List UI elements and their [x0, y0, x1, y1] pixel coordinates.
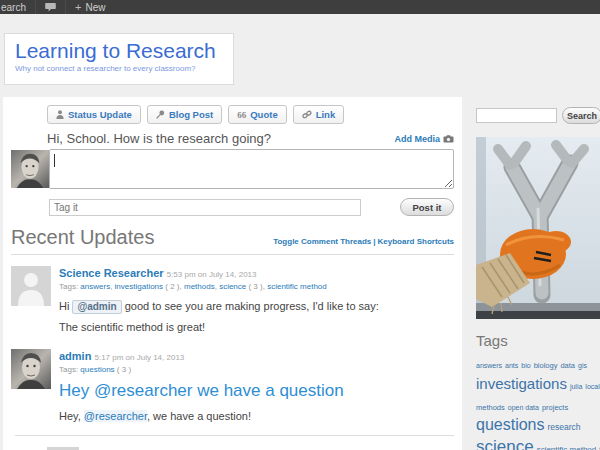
post-science-researcher: Science Researcher 5:53 pm on July 14, 2…	[11, 266, 454, 333]
tag-cloud-link[interactable]: julia	[570, 383, 582, 390]
post-meta: Science Researcher 5:53 pm on July 14, 2…	[59, 267, 454, 280]
composer-prompt-row: Hi, School. How is the research going? A…	[47, 131, 454, 146]
post-body: Hi @admin good to see you are making pro…	[59, 300, 454, 312]
tab-label: Status Update	[68, 109, 132, 120]
mention-admin[interactable]: @admin	[72, 300, 121, 314]
tag-cloud-line: questionsresearch	[476, 415, 600, 436]
site-title-link[interactable]: Learning to Research	[15, 39, 223, 62]
composer-tabs: Status Update Blog Post 66 Quote Link	[47, 105, 454, 124]
search-button[interactable]: Search	[562, 107, 600, 124]
post-admin: admin 5:17 pm on July 14, 2013 Tags: que…	[11, 349, 454, 422]
tag-cloud-link[interactable]: local area network	[585, 383, 600, 390]
tag-cloud-link[interactable]: research	[548, 422, 581, 432]
post-body: Hey, @researcher, we have a question!	[59, 410, 454, 422]
plus-icon: +	[75, 1, 81, 13]
feed-header: Recent Updates Toggle Comment Threads|Ke…	[11, 226, 454, 255]
site-header: Learning to Research Why not connect a r…	[4, 33, 234, 85]
tab-quote[interactable]: 66 Quote	[228, 105, 286, 124]
link-icon	[302, 110, 312, 119]
camera-icon	[443, 135, 454, 143]
post-tag-link[interactable]: investigations	[115, 282, 163, 291]
post-tags-prefix: Tags:	[59, 282, 80, 291]
tab-status-update[interactable]: Status Update	[47, 105, 141, 124]
tab-label: Blog Post	[169, 109, 213, 120]
composer-input-zone: Post it	[11, 149, 454, 216]
admin-avatar[interactable]	[11, 349, 51, 389]
mention-researcher-link[interactable]: @researcher	[84, 410, 147, 422]
admin-bar-comments-button[interactable]	[36, 0, 65, 14]
tab-label: Quote	[250, 109, 277, 120]
tag-cloud-link[interactable]: science	[476, 437, 534, 450]
post-composer: Status Update Blog Post 66 Quote Link Hi…	[11, 105, 454, 216]
quote-icon: 66	[237, 110, 246, 120]
post-tag-link[interactable]: methods	[184, 282, 215, 291]
tags-heading: Tags	[476, 332, 600, 349]
tag-cloud-line: methodsopen dataprojects	[476, 395, 600, 416]
post-tags: Tags: answers, investigations ( 2 ), met…	[59, 282, 454, 291]
tag-cloud: answersantsbiobiologydatagisinvestigatio…	[476, 353, 600, 450]
post-it-button[interactable]: Post it	[400, 198, 454, 216]
post-title-link[interactable]: Hey @researcher we have a question	[59, 381, 454, 401]
tag-cloud-line: sciencescientific methodtag	[476, 436, 600, 450]
post-tag-link[interactable]: scientific method	[267, 282, 327, 291]
sidebar-photo	[476, 137, 600, 319]
post-tag-link[interactable]: questions	[80, 365, 114, 374]
tag-cloud-link[interactable]: questions	[476, 416, 545, 433]
tag-cloud-link[interactable]: methods	[476, 403, 505, 412]
post-body-text: Hey,	[59, 410, 84, 422]
tag-cloud-link[interactable]: data	[560, 361, 575, 370]
post-timestamp[interactable]: 5:53 pm on July 14, 2013	[167, 270, 257, 279]
add-media-label: Add Media	[394, 134, 440, 144]
keyboard-shortcuts-link[interactable]: Keyboard Shortcuts	[378, 237, 454, 246]
composer-tag-row: Post it	[49, 198, 454, 216]
admin-bar-new-button[interactable]: + New	[66, 0, 114, 14]
post-tag-count: ( 2 )	[163, 282, 179, 291]
comment-bubble-icon	[45, 2, 56, 12]
post-tag-link[interactable]: answers	[80, 282, 110, 291]
tab-blog-post[interactable]: Blog Post	[147, 105, 222, 124]
wrench-gloved-hand-photo	[476, 137, 600, 319]
tag-cloud-line: answersantsbiobiologydatagis	[476, 353, 600, 374]
links-separator: |	[373, 237, 375, 246]
tab-label: Link	[316, 109, 336, 120]
post-meta: admin 5:17 pm on July 14, 2013	[59, 350, 454, 363]
tag-cloud-link[interactable]: answers	[476, 362, 502, 369]
pushpin-icon	[156, 110, 165, 119]
tag-cloud-link[interactable]: bio	[521, 362, 530, 369]
tag-cloud-link[interactable]: open data	[508, 404, 539, 411]
admin-avatar[interactable]	[11, 150, 49, 188]
toggle-comment-threads-link[interactable]: Toggle Comment Threads	[273, 237, 371, 246]
tab-link[interactable]: Link	[293, 105, 345, 124]
tag-cloud-link[interactable]: biology	[534, 361, 558, 370]
tag-it-input[interactable]	[49, 199, 361, 216]
add-media-button[interactable]: Add Media	[394, 134, 454, 144]
mystery-person-avatar[interactable]	[11, 266, 51, 306]
post-body-text: good to see you are making progress, I'd…	[122, 300, 379, 312]
status-update-textarea[interactable]	[49, 149, 454, 189]
admin-bar-new-label: New	[85, 2, 105, 13]
tag-cloud-line: investigationsjulialocal area network	[476, 374, 600, 395]
post-timestamp[interactable]: 5:17 pm on July 14, 2013	[94, 353, 184, 362]
recent-updates-heading: Recent Updates	[11, 226, 154, 249]
search-input[interactable]	[476, 108, 557, 123]
tag-cloud-link[interactable]: gis	[578, 362, 587, 369]
tag-cloud-link[interactable]: projects	[542, 403, 568, 412]
comment-thread-divider	[15, 435, 454, 436]
admin-bar: earch + New	[0, 0, 600, 14]
tag-cloud-link[interactable]: ants	[505, 362, 518, 369]
post-body-text: Hi	[59, 300, 72, 312]
post-body-line2: The scientific method is great!	[59, 321, 454, 333]
tag-cloud-link[interactable]: investigations	[476, 375, 567, 392]
composer-prompt: Hi, School. How is the research going?	[47, 131, 271, 146]
post-tags-prefix: Tags:	[59, 365, 80, 374]
feed-header-links: Toggle Comment Threads|Keyboard Shortcut…	[273, 237, 454, 249]
post-author-link[interactable]: Science Researcher	[59, 267, 164, 279]
post-tag-link[interactable]: science	[219, 282, 246, 291]
post-author-link[interactable]: admin	[59, 350, 91, 362]
post-tag-count: ( 3 )	[246, 282, 262, 291]
admin-bar-site-name[interactable]: earch	[0, 0, 35, 14]
main-content: Status Update Blog Post 66 Quote Link Hi…	[3, 97, 462, 450]
post-body-text: , we have a question!	[147, 410, 251, 422]
post-tag-count: ( 3 )	[115, 365, 131, 374]
tag-cloud-link[interactable]: scientific method	[537, 445, 597, 450]
